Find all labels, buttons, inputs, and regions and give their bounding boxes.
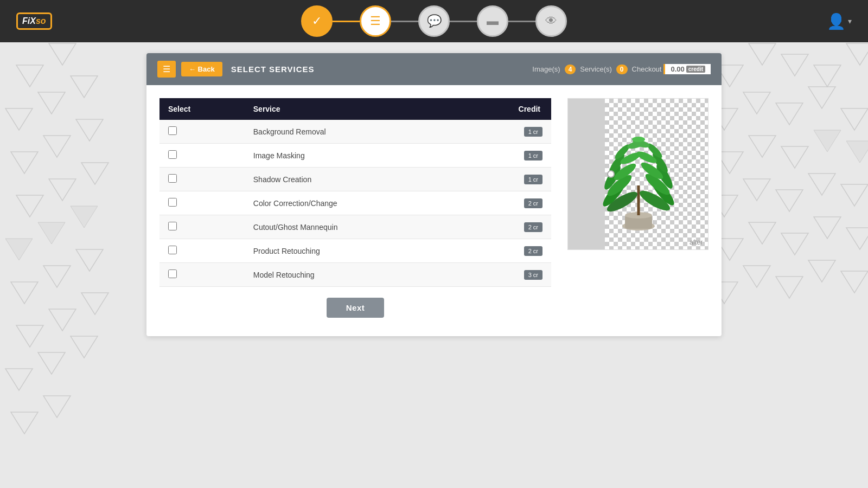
credit-badge: 1 cr [524,127,542,137]
card-header-left: ☰ ← Back SELECT SERVICES [157,61,315,78]
row-credit: 2 cr [462,239,551,263]
connector-2 [391,21,418,22]
image-preview: after [567,98,709,323]
svg-marker-20 [5,369,33,390]
connector-1 [333,21,360,22]
row-service-name: Background Removal [245,120,463,144]
back-button[interactable]: ← Back [181,62,222,76]
step-chat[interactable]: 💬 [418,5,450,37]
logo-so-text: so [36,16,46,25]
user-icon: 👤 [827,12,846,30]
card-header-right: Image(s) 4 Service(s) 0 Checkout 0.00 cr… [532,64,711,74]
service-checkbox-4[interactable] [168,222,177,230]
table-row: Product Retouching 2 cr [159,239,551,263]
row-service-name: Model Retouching [245,263,463,287]
row-service-name: Shadow Creation [245,168,463,191]
main-content: ☰ ← Back SELECT SERVICES Image(s) 4 Serv… [0,42,868,347]
next-button[interactable]: Next [327,298,385,318]
credit-badge: 1 cr [524,175,542,184]
services-table-container: Select Service Credit Background Removal… [159,98,551,323]
checkout-amount: 0.00 [671,65,684,73]
logo-bracket: FiXso [16,12,52,30]
next-btn-row: Next [159,287,551,323]
preview-wrapper: after [567,98,709,250]
table-row: Model Retouching 3 cr [159,263,551,287]
col-service: Service [245,98,463,120]
step-upload[interactable]: ✓ [301,5,333,37]
row-service-name: Product Retouching [245,239,463,263]
row-select-cell [159,215,245,239]
card-body: Select Service Credit Background Removal… [146,85,722,336]
user-menu[interactable]: 👤 ▾ [827,12,852,30]
row-select-cell [159,144,245,168]
images-label: Image(s) [532,65,560,73]
after-label: after [690,239,703,246]
row-service-name: Color Correction/Change [245,191,463,215]
table-row: Background Removal 1 cr [159,120,551,144]
services-label: Service(s) [580,65,612,73]
row-credit: 1 cr [462,168,551,191]
col-select: Select [159,98,245,120]
step-payment[interactable]: ▬ [477,5,508,37]
step-preview[interactable]: 👁 [535,5,567,37]
table-row: Image Masking 1 cr [159,144,551,168]
service-checkbox-5[interactable] [168,246,177,254]
stepper: ✓ ☰ 💬 ▬ 👁 [301,5,567,37]
plant-image [584,104,693,245]
svg-point-77 [632,137,645,142]
row-service-name: Image Masking [245,144,463,168]
logo-fix-text: FiX [22,16,36,25]
credit-badge: 2 cr [524,222,542,232]
table-header: Select Service Credit [159,98,551,120]
row-select-cell [159,168,245,191]
services-tbody: Background Removal 1 cr Image Masking 1 … [159,120,551,287]
checkout-area: Checkout 0.00 credit [632,64,711,74]
table-row: Shadow Creation 1 cr [159,168,551,191]
services-count-badge: 0 [616,65,628,74]
step-upload-icon: ✓ [312,14,322,28]
table-row: Cutout/Ghost Mannequin 2 cr [159,215,551,239]
step-services[interactable]: ☰ [360,5,391,37]
content-card: ☰ ← Back SELECT SERVICES Image(s) 4 Serv… [146,53,722,336]
svg-marker-23 [11,412,38,434]
step-services-icon: ☰ [370,14,381,28]
row-service-name: Cutout/Ghost Mannequin [245,215,463,239]
col-credit: Credit [462,98,551,120]
preview-slider[interactable] [607,170,615,178]
row-select-cell [159,191,245,215]
hamburger-button[interactable]: ☰ [157,61,176,78]
checkout-label: Checkout [632,65,662,73]
checkout-value: 0.00 credit [663,64,711,74]
row-credit: 3 cr [462,263,551,287]
row-credit: 2 cr [462,191,551,215]
credit-badge: 2 cr [524,246,542,256]
user-chevron: ▾ [848,17,852,25]
services-table: Select Service Credit Background Removal… [159,98,551,287]
connector-3 [450,21,477,22]
row-select-cell [159,239,245,263]
logo: FiXso [16,12,52,30]
row-credit: 1 cr [462,120,551,144]
row-credit: 2 cr [462,215,551,239]
row-credit: 1 cr [462,144,551,168]
table-row: Color Correction/Change 2 cr [159,191,551,215]
page-title: SELECT SERVICES [231,65,315,74]
card-header: ☰ ← Back SELECT SERVICES Image(s) 4 Serv… [146,53,722,85]
service-checkbox-3[interactable] [168,198,177,207]
connector-4 [508,21,535,22]
navbar: FiXso ✓ ☰ 💬 ▬ 👁 👤 ▾ [0,0,868,42]
service-checkbox-6[interactable] [168,269,177,278]
step-preview-icon: 👁 [545,14,557,28]
row-select-cell [159,120,245,144]
service-checkbox-1[interactable] [168,150,177,159]
plant-svg [590,110,687,240]
images-count-badge: 4 [565,65,576,74]
step-payment-icon: ▬ [487,14,499,28]
svg-marker-21 [38,352,65,374]
credit-badge: 2 cr [524,198,542,208]
service-checkbox-2[interactable] [168,174,177,183]
credit-label: credit [686,66,705,73]
step-chat-icon: 💬 [427,14,442,28]
svg-marker-24 [43,396,71,418]
service-checkbox-0[interactable] [168,126,177,135]
